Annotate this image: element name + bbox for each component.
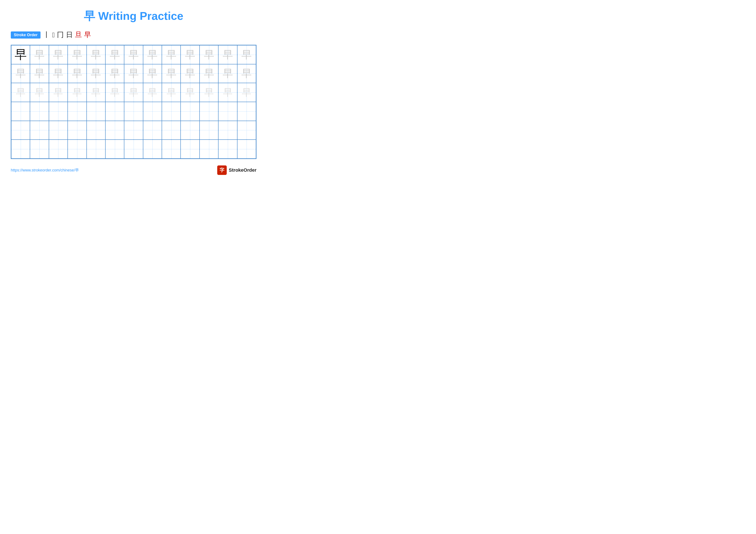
- practice-char: 早: [110, 48, 120, 62]
- grid-cell[interactable]: [11, 121, 30, 140]
- grid-cell[interactable]: 早: [30, 64, 49, 83]
- grid-cell[interactable]: 早: [162, 83, 180, 102]
- grid-cell[interactable]: 早: [105, 64, 124, 83]
- grid-cell[interactable]: 早: [87, 83, 105, 102]
- grid-cell[interactable]: [143, 102, 162, 121]
- grid-cell[interactable]: 早: [162, 64, 180, 83]
- grid-cell[interactable]: 早: [30, 45, 49, 64]
- grid-cell[interactable]: [237, 121, 256, 140]
- practice-char: 早: [91, 48, 101, 62]
- grid-cell[interactable]: 早: [124, 45, 143, 64]
- grid-cell[interactable]: [180, 102, 199, 121]
- grid-cell[interactable]: [11, 102, 30, 121]
- grid-cell[interactable]: [200, 121, 218, 140]
- grid-cell[interactable]: 早: [180, 64, 199, 83]
- grid-cell[interactable]: [124, 102, 143, 121]
- grid-cell[interactable]: [162, 102, 180, 121]
- grid-cell[interactable]: 早: [49, 45, 68, 64]
- practice-char: 早: [147, 66, 157, 80]
- grid-cell[interactable]: 早: [237, 83, 256, 102]
- stroke-3: 冂: [57, 30, 64, 39]
- grid-cell[interactable]: [68, 121, 86, 140]
- grid-cell[interactable]: 早: [11, 45, 30, 64]
- grid-cell[interactable]: 早: [218, 45, 237, 64]
- grid-cell[interactable]: 早: [105, 83, 124, 102]
- grid-cell[interactable]: 早: [162, 45, 180, 64]
- grid-cell[interactable]: [237, 140, 256, 159]
- practice-char: 早: [242, 86, 251, 99]
- practice-char: 早: [110, 86, 120, 99]
- grid-cell[interactable]: 早: [218, 83, 237, 102]
- brand-name: StrokeOrder: [229, 167, 256, 173]
- practice-grid: 早早早早早早早早早早早早早早早早早早早早早早早早早早早早早早早早早早早早早早早: [11, 45, 256, 159]
- grid-cell[interactable]: [124, 140, 143, 159]
- grid-cell[interactable]: 早: [143, 64, 162, 83]
- grid-cell[interactable]: 早: [237, 64, 256, 83]
- grid-cell[interactable]: 早: [68, 45, 86, 64]
- grid-cell[interactable]: 早: [180, 83, 199, 102]
- grid-cell[interactable]: [68, 102, 86, 121]
- grid-cell[interactable]: 早: [30, 83, 49, 102]
- grid-cell[interactable]: [30, 121, 49, 140]
- practice-char: 早: [91, 86, 101, 99]
- footer-url[interactable]: https://www.strokeorder.com/chinese/早: [11, 167, 79, 173]
- grid-cell[interactable]: [68, 140, 86, 159]
- grid-cell[interactable]: [143, 140, 162, 159]
- grid-cell[interactable]: [49, 121, 68, 140]
- grid-cell[interactable]: [162, 140, 180, 159]
- practice-char: 早: [34, 48, 44, 62]
- brand-logo-icon: 字: [217, 165, 227, 175]
- grid-cell[interactable]: 早: [68, 83, 86, 102]
- grid-cell[interactable]: 早: [237, 45, 256, 64]
- grid-cell[interactable]: 早: [87, 64, 105, 83]
- grid-cell[interactable]: 早: [68, 64, 86, 83]
- grid-cell[interactable]: [87, 121, 105, 140]
- practice-char: 早: [223, 66, 233, 80]
- grid-cell[interactable]: [180, 121, 199, 140]
- grid-cell[interactable]: [218, 121, 237, 140]
- grid-cell[interactable]: 早: [49, 83, 68, 102]
- grid-cell[interactable]: 早: [143, 45, 162, 64]
- practice-char: 早: [223, 86, 232, 99]
- grid-cell[interactable]: 早: [11, 83, 30, 102]
- grid-cell[interactable]: [105, 121, 124, 140]
- practice-char: 早: [16, 86, 25, 99]
- grid-cell[interactable]: 早: [200, 83, 218, 102]
- grid-cell[interactable]: [87, 140, 105, 159]
- grid-cell[interactable]: [218, 102, 237, 121]
- practice-char: 早: [34, 66, 44, 80]
- grid-cell[interactable]: [11, 140, 30, 159]
- grid-cell[interactable]: [237, 102, 256, 121]
- grid-cell[interactable]: [49, 140, 68, 159]
- grid-cell[interactable]: [30, 140, 49, 159]
- grid-cell[interactable]: [218, 140, 237, 159]
- grid-cell[interactable]: [124, 121, 143, 140]
- grid-cell[interactable]: [105, 102, 124, 121]
- grid-cell[interactable]: 早: [11, 64, 30, 83]
- grid-cell[interactable]: [200, 140, 218, 159]
- grid-cell[interactable]: 早: [218, 64, 237, 83]
- practice-char: 早: [204, 48, 214, 62]
- stroke-1: 丨: [43, 30, 50, 39]
- grid-cell[interactable]: [143, 121, 162, 140]
- grid-cell[interactable]: 早: [124, 64, 143, 83]
- grid-cell[interactable]: 早: [124, 83, 143, 102]
- grid-cell[interactable]: [30, 102, 49, 121]
- practice-char: 早: [15, 46, 27, 63]
- grid-cell[interactable]: [180, 140, 199, 159]
- grid-cell[interactable]: [200, 102, 218, 121]
- practice-char: 早: [241, 66, 252, 80]
- grid-cell[interactable]: [87, 102, 105, 121]
- stroke-4: 日: [66, 30, 73, 39]
- grid-cell[interactable]: [49, 102, 68, 121]
- grid-cell[interactable]: 早: [143, 83, 162, 102]
- grid-cell[interactable]: 早: [200, 64, 218, 83]
- grid-cell[interactable]: [162, 121, 180, 140]
- page-title: 早 Writing Practice: [84, 10, 183, 22]
- grid-cell[interactable]: 早: [200, 45, 218, 64]
- grid-cell[interactable]: 早: [49, 64, 68, 83]
- grid-cell[interactable]: [105, 140, 124, 159]
- grid-cell[interactable]: 早: [105, 45, 124, 64]
- grid-cell[interactable]: 早: [180, 45, 199, 64]
- grid-cell[interactable]: 早: [87, 45, 105, 64]
